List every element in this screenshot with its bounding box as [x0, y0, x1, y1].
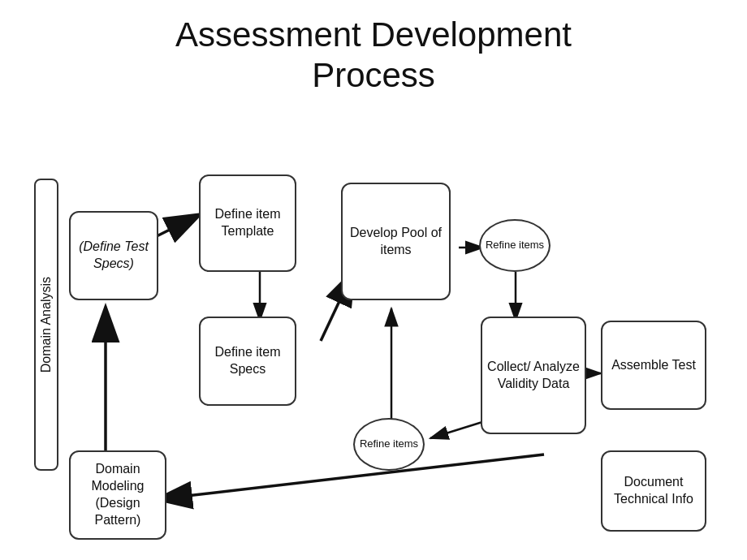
collect-analyze-label: Collect/ Analyze Validity Data — [482, 359, 585, 393]
develop-pool-box: Develop Pool of items — [341, 183, 451, 300]
refine-items-bottom-box: Refine items — [353, 418, 425, 471]
document-technical-label: Document Technical Info — [602, 474, 705, 508]
domain-modeling-box: Domain Modeling (Design Pattern) — [69, 450, 166, 540]
define-test-specs-box: (Define Test Specs) — [69, 211, 158, 300]
develop-pool-label: Develop Pool of items — [343, 225, 449, 259]
define-item-specs-label: Define item Specs — [201, 344, 295, 378]
assemble-test-box: Assemble Test — [601, 321, 706, 410]
refine-items-top-box: Refine items — [479, 219, 551, 272]
define-item-template-label: Define item Template — [201, 206, 295, 240]
collect-analyze-box: Collect/ Analyze Validity Data — [481, 317, 586, 434]
title-line2: Process — [0, 55, 747, 96]
define-item-specs-box: Define item Specs — [199, 317, 296, 406]
assemble-test-label: Assemble Test — [611, 357, 696, 374]
define-item-template-box: Define item Template — [199, 174, 296, 272]
define-test-specs-label: (Define Test Specs) — [71, 239, 157, 273]
refine-items-top-label: Refine items — [486, 239, 544, 252]
svg-line-10 — [158, 454, 544, 499]
refine-items-bottom-label: Refine items — [360, 437, 418, 451]
title-line1: Assessment Development — [0, 15, 747, 55]
document-technical-box: Document Technical Info — [601, 450, 706, 532]
page-title: Assessment Development Process — [0, 0, 747, 97]
domain-analysis-label: Domain Analysis — [34, 179, 58, 471]
diagram-area: Domain Analysis (Define Test Specs) Defi… — [16, 138, 731, 544]
domain-modeling-label: Domain Modeling (Design Pattern) — [71, 461, 165, 528]
